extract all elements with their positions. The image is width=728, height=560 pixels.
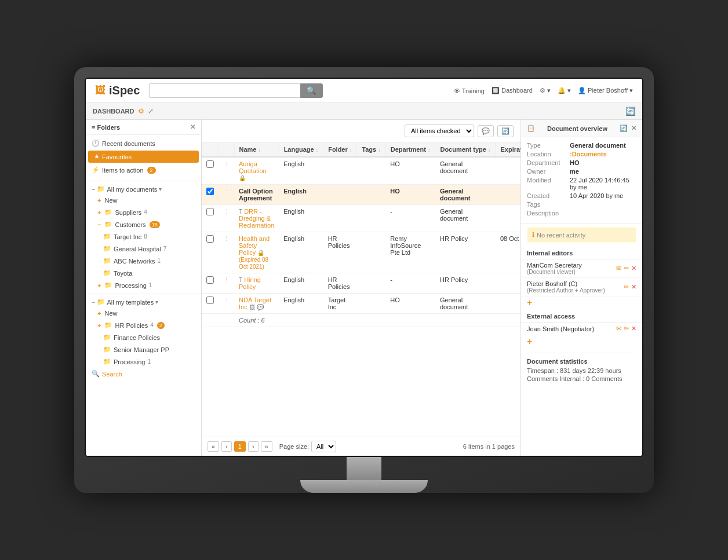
dashboard-expand-icon[interactable]: ⤢	[148, 107, 154, 115]
sidebar-item-processing2[interactable]: 📁 Processing 1	[86, 356, 201, 368]
col-tags[interactable]: Tags ↕	[357, 142, 385, 157]
sidebar-item-hr-policies[interactable]: + 📁 HR Policies 4 2	[86, 319, 201, 331]
mancom-remove-icon[interactable]: ✕	[631, 265, 636, 272]
count-label: Count : 6	[234, 314, 279, 327]
hiring-policy-link[interactable]: Hiring Policy	[239, 276, 261, 290]
sidebar-item-items-to-action[interactable]: ⚡ Items to action 2	[86, 164, 201, 176]
row1-folder	[323, 157, 357, 185]
logo-icon: 🖼	[95, 85, 105, 97]
col-doctype[interactable]: Document type ↕	[435, 142, 496, 157]
col-language[interactable]: Language ↕	[279, 142, 323, 157]
row1-checkbox-input[interactable]	[206, 160, 214, 168]
documents-table-container: Name ↕ Language ↕ Folder ↕ Tags ↕ Depart…	[202, 142, 520, 437]
row3-checkbox-input[interactable]	[206, 208, 214, 215]
folder-icon-all-docs: 📁	[97, 185, 105, 193]
sidebar-item-new-template[interactable]: + New	[86, 308, 201, 319]
sidebar-item-general-hospital[interactable]: 📁 General Hospital 7	[86, 243, 201, 255]
col-expiration[interactable]: Expiration ↕	[496, 142, 520, 157]
nav-notifications[interactable]: 🔔 ▾	[558, 87, 571, 94]
row2-checkbox-input[interactable]	[206, 188, 214, 195]
row1-checkbox[interactable]	[202, 157, 219, 185]
all-my-documents-header[interactable]: − 📁 All my documents ▾	[86, 184, 201, 195]
col-department[interactable]: Department ↕	[385, 142, 435, 157]
sidebar-item-abc-networks[interactable]: 📁 ABC Networks 1	[86, 255, 201, 267]
row5-checkbox-input[interactable]	[206, 276, 214, 284]
col-name[interactable]: Name ↕	[234, 142, 279, 157]
sidebar-close-icon[interactable]: ✕	[190, 123, 195, 131]
row1-tags	[357, 157, 385, 185]
global-search-bar: 🔍	[149, 83, 323, 98]
page-size-select[interactable]: All	[311, 441, 336, 452]
content-toolbar: All items checked All items 💬 🔄	[202, 120, 520, 142]
page-1-btn[interactable]: 1	[234, 441, 246, 452]
sidebar-item-toyota[interactable]: 📁 Toyota	[86, 267, 201, 279]
row4-checkbox-input[interactable]	[206, 235, 214, 243]
comment-icon-btn[interactable]: 💬	[478, 125, 494, 137]
health-policy-link[interactable]: Health and Safety Policy	[239, 235, 270, 256]
next-page-btn[interactable]: ›	[248, 441, 259, 452]
col-folder[interactable]: Folder ↕	[323, 142, 357, 157]
last-page-btn[interactable]: »	[261, 441, 272, 452]
auriga-quotation-link[interactable]: Auriga Quotation	[239, 160, 267, 174]
pieter-remove-icon[interactable]: ✕	[631, 283, 636, 291]
all-my-templates-header[interactable]: − 📁 All my templates ▾	[86, 297, 201, 308]
modified-label: Modified	[527, 177, 567, 191]
row3-checkbox[interactable]	[202, 205, 219, 232]
pieter-edit-icon[interactable]: ✏	[624, 283, 629, 291]
panel-close-icon[interactable]: ✕	[631, 125, 636, 132]
prev-page-btn[interactable]: ‹	[221, 441, 232, 452]
folder-icon-templates: 📁	[97, 298, 105, 306]
row6-checkbox[interactable]	[202, 294, 219, 314]
filter-select[interactable]: All items checked All items	[405, 125, 474, 137]
sidebar-item-customers[interactable]: − 📁 Customers 15	[86, 218, 201, 230]
sidebar-item-recent[interactable]: 🕐 Recent documents	[86, 137, 201, 149]
sidebar-item-senior-mgr[interactable]: 📁 Senior Manager PP	[86, 343, 201, 356]
sidebar-item-finance[interactable]: 📁 Finance Policies	[86, 331, 201, 343]
sidebar-search[interactable]: 🔍 Search	[86, 368, 201, 380]
nav-dashboard[interactable]: 🔲 Dashboard	[492, 87, 533, 94]
dashboard-settings-icon[interactable]: ⚙	[138, 107, 144, 115]
row2-drag: ⋮	[219, 185, 234, 205]
joan-remove-icon[interactable]: ✕	[631, 325, 636, 332]
row3-doctype: General document	[435, 205, 496, 232]
row4-checkbox[interactable]	[202, 232, 219, 273]
action-badge: 2	[147, 167, 156, 174]
sidebar-item-favourites[interactable]: ★ Favourites	[88, 151, 199, 163]
owner-label: Owner	[527, 168, 567, 175]
mancom-edit-icon[interactable]: ✏	[624, 265, 629, 272]
nav-user[interactable]: 👤 Pieter Boshoff ▾	[578, 87, 633, 94]
row6-exp	[496, 294, 520, 314]
comments-row: Comments Internal : 0 Comments	[527, 375, 636, 382]
sidebar-item-target-inc[interactable]: 📁 Target Inc 8	[86, 230, 201, 243]
joan-edit-icon[interactable]: ✏	[624, 325, 629, 332]
refresh-icon-btn[interactable]: 🔄	[497, 125, 514, 137]
sidebar-divider-2	[86, 294, 201, 294]
row2-checkbox[interactable]	[202, 185, 219, 205]
nav-training[interactable]: 👁 Training	[454, 87, 485, 94]
mancom-email-icon[interactable]: ✉	[616, 265, 621, 272]
global-search-button[interactable]: 🔍	[300, 83, 323, 98]
first-page-btn[interactable]: «	[208, 441, 219, 452]
call-option-link[interactable]: Call Option Agreement	[239, 188, 273, 202]
processing-count: 1	[149, 282, 152, 288]
row3-folder	[323, 205, 357, 232]
add-external-user-btn[interactable]: +	[521, 335, 642, 348]
row1-doctype: General document	[435, 157, 496, 185]
panel-refresh-icon[interactable]: 🔄	[620, 125, 628, 132]
sidebar-item-new-doc[interactable]: + New	[86, 195, 201, 206]
nda-target-link[interactable]: NDA Target Inc	[239, 297, 271, 310]
row6-checkbox-input[interactable]	[206, 297, 214, 304]
add-internal-editor-btn[interactable]: +	[521, 297, 642, 309]
sidebar-item-processing[interactable]: + 📁 Processing 1	[86, 279, 201, 291]
nav-settings[interactable]: ⚙ ▾	[540, 87, 551, 94]
row5-checkbox[interactable]	[202, 273, 219, 294]
drr-link[interactable]: DRR - Dredging & Reclamation	[239, 208, 274, 229]
row3-language: English	[279, 205, 323, 232]
joan-email-icon[interactable]: ✉	[616, 325, 621, 332]
plus-suppliers-icon: +	[97, 209, 101, 216]
sidebar-item-suppliers[interactable]: + 📁 Suppliers 4	[86, 206, 201, 218]
dashboard-refresh-icon[interactable]: 🔄	[625, 107, 635, 116]
customers-badge: 15	[150, 221, 160, 228]
global-search-input[interactable]	[149, 83, 300, 98]
folder-icon-customers: 📁	[104, 221, 112, 228]
